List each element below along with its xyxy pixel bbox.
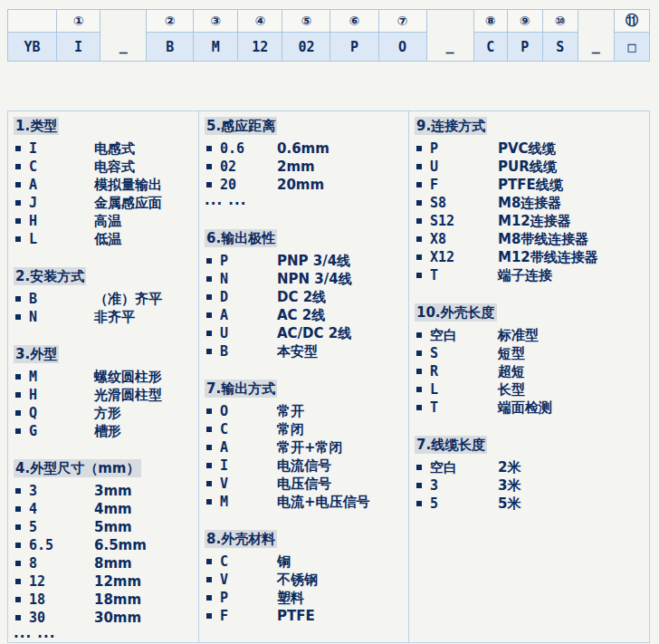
legend-row: 0.60.6mm bbox=[205, 139, 405, 158]
option-description: 2米 bbox=[498, 459, 521, 476]
section-title-text: 8.外壳材料 bbox=[205, 530, 277, 548]
option-description: 5米 bbox=[498, 495, 521, 513]
section-title: 7.输出方式 bbox=[205, 380, 405, 397]
option-code: N bbox=[29, 309, 94, 325]
legend-row: C电容式 bbox=[14, 158, 195, 176]
legend-row: B本安型 bbox=[205, 342, 405, 360]
legend-row: S短型 bbox=[415, 344, 645, 362]
square-bullet-icon bbox=[15, 164, 21, 169]
option-code: 6.5 bbox=[29, 537, 94, 553]
square-bullet-icon bbox=[416, 164, 422, 169]
option-description: M8带线连接器 bbox=[498, 231, 588, 248]
option-description: 短型 bbox=[498, 345, 525, 362]
option-code: 5 bbox=[430, 495, 498, 512]
legend-row: 空白2米 bbox=[415, 458, 645, 476]
legend-row: NNPN 3/4线 bbox=[205, 270, 405, 288]
section-title-text: 5.感应距离 bbox=[205, 117, 277, 135]
position-number-cell: ⑥ bbox=[330, 10, 378, 33]
square-bullet-icon bbox=[206, 164, 212, 169]
square-bullet-icon bbox=[416, 236, 422, 242]
position-number-cell: ⑧ bbox=[473, 10, 507, 33]
option-description: 铜 bbox=[277, 553, 291, 571]
legend-row: 1212mm bbox=[14, 572, 195, 591]
square-bullet-icon bbox=[206, 276, 212, 282]
option-code: S8 bbox=[430, 195, 498, 211]
legend-panel-1: 1.类型I电感式C电容式A模拟量输出J金属感应面H高温L低温2.安装方式B（准）… bbox=[8, 111, 198, 642]
section-title: 6.输出极性 bbox=[205, 230, 405, 246]
legend-row: M电流+电压信号 bbox=[205, 493, 405, 511]
legend-row: B（准）齐平 bbox=[14, 290, 195, 308]
model-table-number-row: ①_②③④⑤⑥⑦_⑧⑨⑩_⑪ bbox=[8, 10, 650, 33]
legend-row: UPUR线缆 bbox=[415, 158, 645, 176]
option-code: Q bbox=[29, 405, 94, 421]
code-cell: C bbox=[473, 33, 507, 62]
ordering-guide-page: ①_②③④⑤⑥⑦_⑧⑨⑩_⑪ YBIBM1202POCPS□ 1.类型I电感式C… bbox=[0, 9, 659, 644]
legend-row: T端子连接 bbox=[415, 266, 645, 284]
option-description: 超短 bbox=[498, 363, 525, 380]
square-bullet-icon bbox=[15, 182, 21, 187]
option-code: C bbox=[220, 553, 277, 570]
section-title-text: 6.输出极性 bbox=[205, 229, 277, 247]
option-description: PUR线缆 bbox=[498, 159, 557, 176]
square-bullet-icon bbox=[15, 374, 21, 380]
section-title-text: 10.外壳长度 bbox=[415, 303, 497, 322]
legend-row: Q方形 bbox=[14, 404, 195, 422]
option-description: 常开+常闭 bbox=[277, 439, 343, 457]
option-description: 本安型 bbox=[277, 343, 318, 360]
legend-section: 3.外型M螺纹圆柱形H光滑圆柱型Q方形G槽形 bbox=[14, 346, 195, 440]
option-code: 8 bbox=[29, 555, 94, 572]
option-description: （准）齐平 bbox=[94, 291, 162, 308]
section-title: 7.线缆长度 bbox=[415, 437, 645, 453]
legend-section: 7.输出方式O常开C常闭A常开+常闭I电流信号V电压信号M电流+电压信号 bbox=[205, 380, 405, 511]
legend-row: C铜 bbox=[205, 553, 405, 571]
code-cell: S bbox=[542, 33, 578, 62]
option-description: 3mm bbox=[94, 483, 132, 499]
code-cell: P bbox=[330, 33, 378, 62]
square-bullet-icon bbox=[416, 351, 422, 356]
legend-row: J金属感应面 bbox=[14, 194, 195, 212]
square-bullet-icon bbox=[416, 369, 422, 374]
option-description: 标准型 bbox=[498, 327, 539, 344]
option-code: 3 bbox=[29, 483, 94, 499]
option-code: L bbox=[430, 381, 498, 398]
section-title: 9.连接方式 bbox=[415, 118, 645, 134]
legend-row: R超短 bbox=[415, 362, 645, 380]
square-bullet-icon bbox=[416, 483, 422, 488]
legend-row: PPNP 3/4线 bbox=[205, 252, 405, 270]
code-cell: □ bbox=[614, 33, 649, 62]
square-bullet-icon bbox=[416, 465, 422, 470]
option-description: PNP 3/4线 bbox=[277, 253, 350, 270]
option-description: PVC线缆 bbox=[498, 140, 556, 158]
legend-row: O常开 bbox=[205, 402, 405, 420]
legend-row: V不锈钢 bbox=[205, 571, 405, 589]
legend-row: M螺纹圆柱形 bbox=[14, 368, 195, 386]
square-bullet-icon bbox=[416, 405, 422, 410]
section-title: 3.外型 bbox=[14, 346, 195, 362]
option-description: PTFE bbox=[277, 608, 315, 624]
legend-row: X8M8带线连接器 bbox=[415, 230, 645, 248]
square-bullet-icon bbox=[15, 314, 21, 320]
option-code: P bbox=[220, 253, 277, 269]
option-code: I bbox=[29, 140, 94, 157]
legend-section: 4.外型尺寸（mm）33mm44mm55mm6.56.5mm88mm1212mm… bbox=[14, 460, 195, 643]
option-description: 电流+电压信号 bbox=[277, 494, 370, 511]
option-code: L bbox=[29, 231, 94, 247]
legend-section: 1.类型I电感式C电容式A模拟量输出J金属感应面H高温L低温 bbox=[14, 118, 195, 248]
option-description: 端面检测 bbox=[498, 399, 552, 417]
option-code: V bbox=[220, 476, 277, 492]
position-number-cell: ⑤ bbox=[282, 10, 330, 33]
code-cell: YB bbox=[8, 33, 57, 62]
legend-row: P塑料 bbox=[205, 589, 405, 607]
separator-cell: _ bbox=[426, 10, 473, 62]
option-description: M8连接器 bbox=[498, 195, 561, 212]
square-bullet-icon bbox=[416, 200, 422, 206]
option-code: B bbox=[220, 343, 277, 360]
legend-row: T端面检测 bbox=[415, 399, 645, 417]
option-code: 空白 bbox=[430, 459, 498, 476]
option-description: M12带线连接器 bbox=[498, 249, 598, 266]
section-title-text: 7.线缆长度 bbox=[415, 436, 487, 454]
option-description: 方形 bbox=[94, 405, 121, 422]
option-code: C bbox=[29, 159, 94, 175]
square-bullet-icon bbox=[15, 561, 21, 566]
square-bullet-icon bbox=[416, 501, 422, 506]
